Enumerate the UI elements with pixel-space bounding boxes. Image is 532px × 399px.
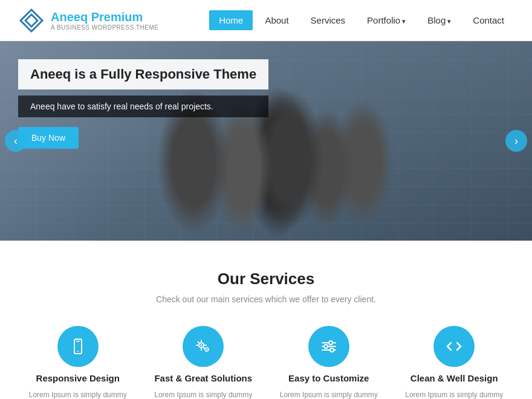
nav-about[interactable]: About bbox=[255, 10, 298, 30]
svg-point-21 bbox=[324, 345, 328, 348]
logo-icon bbox=[18, 7, 45, 34]
service-desc-solutions: Lorem Ipsum is simply dummy text of the … bbox=[150, 389, 258, 399]
nav-contact[interactable]: Contact bbox=[463, 10, 514, 30]
logo-title: Aneeq Premium bbox=[51, 10, 158, 24]
hero-section: ‹ Aneeq is a Fully Responsive Theme Anee… bbox=[0, 41, 532, 241]
main-nav: Home About Services Portfolio Blog Conta… bbox=[209, 10, 514, 30]
hero-subtitle: Aneeq have to satisfy real needs of real… bbox=[18, 96, 268, 117]
service-desc-responsive: Lorem Ipsum is simply dummy text of the … bbox=[24, 389, 132, 399]
service-icon-responsive bbox=[57, 326, 99, 367]
svg-point-5 bbox=[77, 351, 79, 352]
nav-home[interactable]: Home bbox=[209, 10, 253, 30]
service-name-solutions: Fast & Great Solutions bbox=[154, 373, 252, 383]
logo-subtitle: A Business Wordpress Theme bbox=[51, 24, 158, 31]
svg-point-20 bbox=[329, 341, 332, 345]
service-name-responsive: Responsive Design bbox=[36, 373, 120, 383]
hero-title: Aneeq is a Fully Responsive Theme bbox=[18, 59, 268, 89]
service-icon-solutions bbox=[183, 326, 224, 367]
service-icon-design bbox=[433, 326, 475, 367]
services-title: Our Services bbox=[18, 270, 514, 288]
service-name-customize: Easy to Customize bbox=[288, 373, 369, 383]
service-icon-customize bbox=[308, 326, 349, 367]
services-grid: Responsive Design Lorem Ipsum is simply … bbox=[18, 326, 514, 399]
header: Aneeq Premium A Business Wordpress Theme… bbox=[0, 0, 532, 41]
hero-next-arrow[interactable]: › bbox=[505, 130, 527, 152]
svg-point-8 bbox=[201, 345, 203, 346]
service-desc-customize: Lorem Ipsum is simply dummy text of the … bbox=[275, 389, 383, 399]
service-desc-design: Lorem Ipsum is simply dummy text of the … bbox=[401, 389, 508, 399]
hero-prev-arrow[interactable]: ‹ bbox=[5, 130, 27, 152]
nav-blog[interactable]: Blog bbox=[418, 10, 461, 30]
service-card-solutions: Fast & Great Solutions Lorem Ipsum is si… bbox=[144, 326, 264, 399]
svg-line-16 bbox=[204, 348, 205, 349]
service-card-customize: Easy to Customize Lorem Ipsum is simply … bbox=[269, 326, 389, 399]
logo-text: Aneeq Premium A Business Wordpress Theme bbox=[51, 10, 158, 31]
hero-cta-button[interactable]: Buy Now bbox=[18, 127, 79, 149]
service-card-responsive: Responsive Design Lorem Ipsum is simply … bbox=[18, 326, 138, 399]
nav-services[interactable]: Services bbox=[301, 10, 355, 30]
svg-point-10 bbox=[206, 349, 207, 350]
services-subtitle: Check out our main services which we off… bbox=[18, 294, 514, 304]
service-name-design: Clean & Well Design bbox=[410, 373, 498, 383]
logo-normal-text: Aneeq bbox=[51, 10, 91, 24]
service-card-design: Clean & Well Design Lorem Ipsum is simpl… bbox=[395, 326, 514, 399]
svg-line-15 bbox=[198, 342, 199, 343]
hero-overlay: Aneeq is a Fully Responsive Theme Aneeq … bbox=[18, 59, 268, 149]
services-section: Our Services Check out our main services… bbox=[0, 241, 532, 399]
nav-portfolio[interactable]: Portfolio bbox=[357, 10, 415, 30]
logo-accent-text: Premium bbox=[91, 10, 143, 24]
svg-point-22 bbox=[330, 348, 334, 352]
logo: Aneeq Premium A Business Wordpress Theme bbox=[18, 7, 158, 34]
